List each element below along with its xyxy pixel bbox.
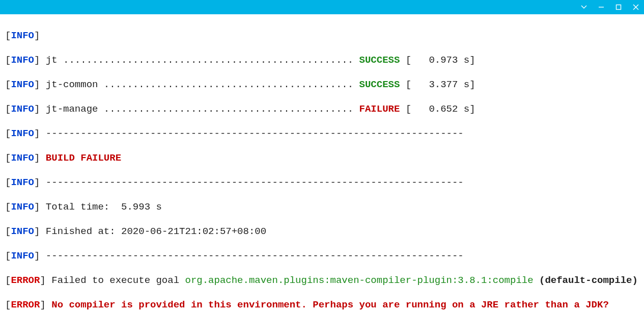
total-time: 5.993 s (121, 201, 162, 213)
module-name: jt-common (46, 79, 98, 90)
window-titlebar (0, 0, 644, 14)
log-line: [INFO] (5, 30, 639, 42)
level-info: INFO (11, 226, 34, 237)
log-line: [INFO] BUILD FAILURE (5, 152, 639, 164)
minimize-icon[interactable] (596, 2, 606, 12)
module-time: 0.973 s (429, 55, 469, 66)
level-error: ERROR (11, 299, 40, 310)
log-line: [ERROR] No compiler is provided in this … (5, 299, 639, 311)
level-info: INFO (11, 103, 34, 115)
log-line: [INFO] ---------------------------------… (5, 250, 639, 262)
no-compiler-msg: No compiler is provided in this environm… (51, 299, 609, 310)
close-icon[interactable] (631, 2, 641, 12)
finished-at: 2020-06-21T21:02:57+08:00 (121, 226, 266, 237)
module-time: 0.652 s (429, 103, 469, 115)
level-info: INFO (11, 128, 34, 139)
level-error: ERROR (11, 275, 40, 286)
log-line: [INFO] Total time: 5.993 s (5, 201, 639, 213)
log-line: [INFO] jt ..............................… (5, 54, 639, 66)
maximize-icon[interactable] (613, 2, 624, 12)
chevron-down-icon[interactable] (579, 2, 589, 12)
level-info: INFO (11, 55, 34, 66)
level-info: INFO (11, 201, 34, 213)
log-line: [INFO] ---------------------------------… (5, 176, 639, 189)
log-line: [INFO] Finished at: 2020-06-21T21:02:57+… (5, 225, 639, 238)
status-success: SUCCESS (359, 79, 400, 90)
level-info: INFO (11, 30, 34, 41)
status-failure: FAILURE (359, 103, 400, 115)
log-line: [ERROR] Failed to execute goal org.apach… (5, 274, 639, 287)
level-info: INFO (11, 152, 34, 164)
module-name: jt (46, 55, 58, 66)
build-failure: BUILD FAILURE (46, 152, 121, 164)
log-line: [INFO] ---------------------------------… (5, 127, 639, 140)
module-name: jt-manage (46, 103, 98, 115)
console-output: [INFO] [INFO] jt .......................… (0, 14, 644, 311)
status-success: SUCCESS (359, 55, 400, 66)
log-line: [INFO] jt-manage .......................… (5, 103, 639, 115)
level-info: INFO (11, 177, 34, 188)
level-info: INFO (11, 250, 34, 262)
level-info: INFO (11, 79, 34, 90)
svg-rect-1 (617, 5, 621, 10)
maven-plugin: org.apache.maven.plugins:maven-compiler-… (185, 275, 533, 286)
module-time: 3.377 s (429, 79, 469, 90)
log-line: [INFO] jt-common .......................… (5, 79, 639, 91)
